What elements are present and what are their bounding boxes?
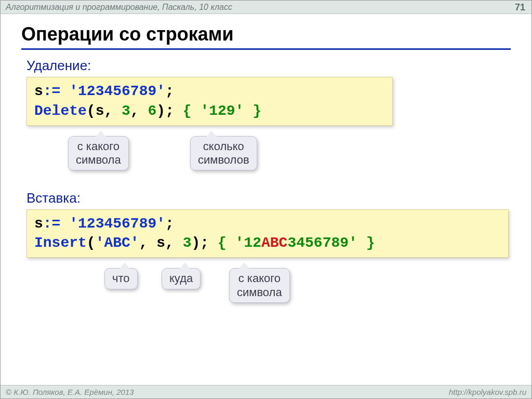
- body: Удаление: s:= '123456789'; Delete(s, 3, …: [26, 58, 516, 322]
- code-arg-n: 3: [183, 235, 192, 251]
- page-title: Операции со строками: [21, 23, 511, 50]
- code-space: [60, 216, 69, 232]
- code-space: [209, 235, 218, 251]
- bubble-text: с какого символа: [237, 272, 282, 298]
- code-comment: '129': [200, 103, 244, 119]
- code-semi: ;: [165, 83, 174, 99]
- bubble-from-char: с какого символа: [229, 268, 290, 303]
- header-subject: Алгоритмизация и программирование, Паска…: [6, 3, 232, 12]
- slide: Алгоритмизация и программирование, Паска…: [0, 0, 532, 399]
- code-comma: ,: [165, 235, 174, 251]
- code-comment-close: }: [244, 103, 261, 119]
- bubble-text: сколько символов: [198, 140, 249, 166]
- bubble-text: что: [112, 272, 130, 285]
- code-comment-part: 3456789: [287, 235, 349, 251]
- header-bar: Алгоритмизация и программирование, Паска…: [1, 1, 531, 14]
- code-comment-highlight: ABC: [261, 235, 287, 251]
- code-space: [174, 235, 183, 251]
- code-open: (: [87, 235, 96, 251]
- code-literal: '123456789': [69, 83, 165, 99]
- code-space: [139, 103, 148, 119]
- code-comma: ,: [139, 235, 148, 251]
- code-line-1b: s:= '123456789';: [34, 214, 501, 234]
- code-semi: ;: [165, 103, 174, 119]
- bubble-where: куда: [162, 268, 201, 289]
- code-comma: ,: [130, 103, 139, 119]
- code-space: [113, 103, 122, 119]
- code-line-1: s:= '123456789';: [34, 82, 385, 101]
- bubble-text: куда: [169, 272, 193, 285]
- footer-copyright: © К.Ю. Поляков, Е.А. Ерёмин, 2013: [6, 388, 134, 396]
- code-comment-close: ' }: [349, 235, 375, 251]
- footer: © К.Ю. Поляков, Е.А. Ерёмин, 2013 http:/…: [1, 385, 531, 398]
- code-line-2: Delete(s, 3, 6); { '129' }: [34, 101, 385, 121]
- code-arg-str: 'ABC': [96, 235, 139, 251]
- code-fn: Delete: [34, 103, 87, 119]
- code-comment-part: 12: [244, 235, 261, 251]
- code-space: [148, 235, 156, 251]
- bubble-row-delete: с какого символа сколько символов: [26, 126, 516, 188]
- code-var: s: [34, 83, 43, 99]
- code-box-delete: s:= '123456789'; Delete(s, 3, 6); { '129…: [26, 77, 393, 126]
- code-space: [60, 83, 69, 99]
- code-comma: ,: [104, 103, 113, 119]
- code-assign: :=: [43, 83, 61, 99]
- code-arg: s: [96, 103, 104, 119]
- code-comment-open: {: [183, 103, 201, 119]
- code-close: ): [192, 235, 201, 251]
- code-fn: Insert: [34, 235, 87, 251]
- code-line-2b: Insert('ABC', s, 3); { '12ABC3456789' }: [34, 233, 501, 253]
- footer-url: http://kpolyakov.spb.ru: [449, 388, 526, 396]
- section-delete-label: Удаление:: [26, 58, 516, 74]
- code-box-insert: s:= '123456789'; Insert('ABC', s, 3); { …: [26, 209, 509, 258]
- page-number: 71: [515, 1, 525, 14]
- bubble-from-which-char: с какого символа: [68, 136, 129, 171]
- code-open: (: [87, 103, 96, 119]
- code-arg-n: 6: [148, 103, 157, 119]
- bubble-row-insert: что куда с какого символа: [26, 258, 516, 320]
- bubble-text: с какого символа: [76, 140, 121, 166]
- code-semi: ;: [165, 216, 174, 232]
- code-semi: ;: [200, 235, 209, 251]
- code-literal: '123456789': [69, 216, 165, 232]
- code-comment-open: { ': [218, 235, 244, 251]
- bubble-what: что: [104, 268, 138, 289]
- code-var: s: [34, 216, 43, 232]
- code-arg-n: 3: [122, 103, 130, 119]
- code-close: ): [156, 103, 165, 119]
- code-space: [174, 103, 183, 119]
- section-insert-label: Вставка:: [26, 190, 516, 206]
- bubble-how-many-chars: сколько символов: [190, 136, 257, 171]
- code-arg: s: [156, 235, 165, 251]
- code-assign: :=: [43, 216, 61, 232]
